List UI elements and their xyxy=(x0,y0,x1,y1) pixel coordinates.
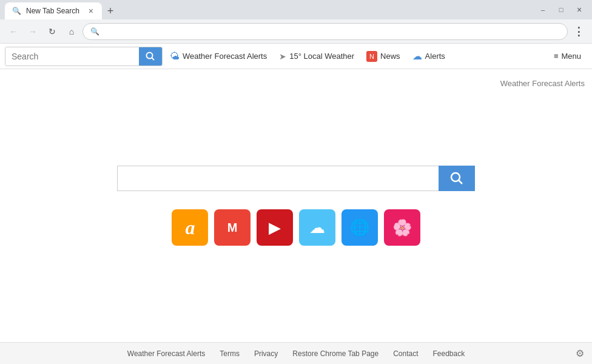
toolbar-search-container xyxy=(5,47,163,66)
amazon-icon: a xyxy=(186,217,195,239)
footer-privacy-link[interactable]: Privacy xyxy=(254,349,278,358)
weather-shortcut-icon: ☁ xyxy=(309,218,325,237)
center-search-button[interactable] xyxy=(439,166,475,191)
tab-favicon: 🔍 xyxy=(12,7,21,15)
news-icon: N xyxy=(366,51,377,62)
footer-feedback-link[interactable]: Feedback xyxy=(433,349,465,358)
active-tab[interactable]: 🔍 New Tab Search × xyxy=(5,2,102,19)
alerts-icon: ☁ xyxy=(412,50,422,62)
toolbar-search-button[interactable] xyxy=(139,47,162,66)
settings-gear-button[interactable]: ⚙ xyxy=(574,347,586,359)
center-search-icon xyxy=(450,172,463,185)
svg-line-1 xyxy=(152,58,155,60)
shortcut-web[interactable]: 🌐 xyxy=(341,209,378,246)
footer: Weather Forecast Alerts Terms Privacy Re… xyxy=(0,342,592,364)
weather-forecast-icon: 🌤 xyxy=(170,51,180,62)
center-search-input[interactable] xyxy=(117,166,439,191)
minimize-button[interactable]: – xyxy=(535,2,551,18)
toolbar: 🌤 Weather Forecast Alerts ➤ 15° Local We… xyxy=(0,44,592,69)
toolbar-alerts-link[interactable]: ☁ Alerts xyxy=(408,48,450,64)
youtube-icon: ▶ xyxy=(269,218,281,237)
toolbar-local-weather-label: 15° Local Weather xyxy=(289,52,354,61)
shortcut-youtube[interactable]: ▶ xyxy=(257,209,293,246)
tab-strip: 🔍 New Tab Search × + xyxy=(5,0,119,19)
shortcuts-container: a M ▶ ☁ 🌐 🌸 xyxy=(172,209,420,246)
toolbar-search-input[interactable] xyxy=(5,47,139,66)
forward-button[interactable]: → xyxy=(24,23,41,40)
search-icon: 🔍 xyxy=(90,27,99,36)
toolbar-news-link[interactable]: N News xyxy=(362,49,405,64)
gear-icon: ⚙ xyxy=(576,348,584,359)
local-weather-icon: ➤ xyxy=(279,52,286,61)
garden-icon: 🌸 xyxy=(392,218,412,237)
svg-line-3 xyxy=(459,181,463,184)
close-button[interactable]: × xyxy=(571,2,587,18)
toolbar-weather-label: Weather Forecast Alerts xyxy=(183,52,267,61)
toolbar-weather-forecast-link[interactable]: 🌤 Weather Forecast Alerts xyxy=(165,49,272,64)
menu-icon: ≡ xyxy=(554,52,559,61)
footer-contact-link[interactable]: Contact xyxy=(393,349,418,358)
shortcut-gmail[interactable]: M xyxy=(214,209,251,246)
shortcut-garden[interactable]: 🌸 xyxy=(384,209,420,246)
center-search-container xyxy=(117,166,475,191)
footer-weather-link[interactable]: Weather Forecast Alerts xyxy=(127,349,206,358)
toolbar-news-label: News xyxy=(380,52,400,61)
footer-restore-link[interactable]: Restore Chrome Tab Page xyxy=(292,349,378,358)
shortcut-amazon[interactable]: a xyxy=(172,209,208,246)
more-options-button[interactable]: ⋮ xyxy=(570,23,587,40)
svg-point-2 xyxy=(451,173,460,181)
nav-bar: ← → ↻ ⌂ 🔍 ⋮ xyxy=(0,19,592,44)
reload-button[interactable]: ↻ xyxy=(44,23,61,40)
home-button[interactable]: ⌂ xyxy=(63,23,80,40)
tab-close-button[interactable]: × xyxy=(87,5,95,16)
title-bar: 🔍 New Tab Search × + – □ × xyxy=(0,0,592,19)
address-bar[interactable]: 🔍 xyxy=(82,23,568,40)
svg-point-0 xyxy=(147,52,153,58)
gmail-icon: M xyxy=(227,221,238,235)
web-icon: 🌐 xyxy=(350,218,369,237)
back-button[interactable]: ← xyxy=(5,23,22,40)
weather-forecast-link[interactable]: Weather Forecast Alerts xyxy=(500,79,585,88)
tab-title: New Tab Search xyxy=(26,7,79,15)
menu-button[interactable]: ≡ Menu xyxy=(548,49,587,63)
main-content: Weather Forecast Alerts a M ▶ ☁ 🌐 xyxy=(0,69,592,342)
menu-label: Menu xyxy=(561,52,581,61)
maximize-button[interactable]: □ xyxy=(553,2,569,18)
toolbar-alerts-label: Alerts xyxy=(425,52,445,61)
new-tab-button[interactable]: + xyxy=(102,2,119,19)
toolbar-search-icon xyxy=(146,52,155,61)
toolbar-local-weather-link[interactable]: ➤ 15° Local Weather xyxy=(274,49,359,64)
shortcut-weather[interactable]: ☁ xyxy=(299,209,335,246)
window-controls: – □ × xyxy=(535,2,587,18)
footer-terms-link[interactable]: Terms xyxy=(220,349,240,358)
